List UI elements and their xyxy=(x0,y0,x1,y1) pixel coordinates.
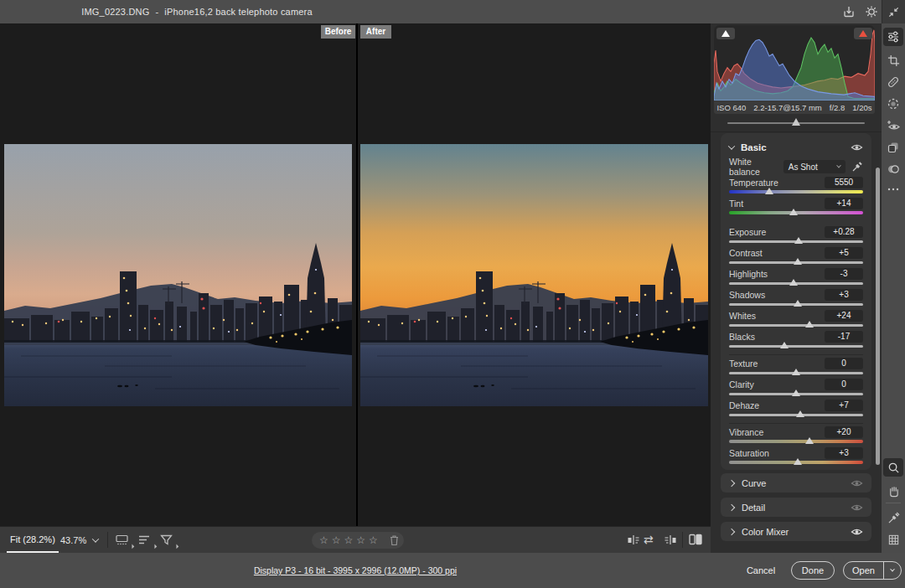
slider-value[interactable]: +7 xyxy=(825,400,863,411)
slider-thumb[interactable] xyxy=(794,237,803,244)
slider-track[interactable] xyxy=(729,437,863,445)
slider-track[interactable] xyxy=(729,258,863,266)
slider-value[interactable]: 0 xyxy=(825,379,863,390)
detail-zoom-slider[interactable] xyxy=(727,117,865,129)
white-balance-eyedropper-icon[interactable] xyxy=(851,161,863,173)
slider-thumb[interactable] xyxy=(789,279,798,286)
white-balance-select[interactable]: As Shot xyxy=(783,160,846,173)
grid-overlay-icon[interactable] xyxy=(882,529,905,549)
slider-value[interactable]: -3 xyxy=(825,268,863,280)
zoom-level-select[interactable]: 43.7% xyxy=(60,527,98,553)
export-icon[interactable] xyxy=(842,5,856,18)
slider-track[interactable] xyxy=(729,279,863,286)
slider-value[interactable]: +3 xyxy=(825,447,863,459)
collapse-view-icon[interactable] xyxy=(882,0,905,23)
slider-label: Clarity xyxy=(729,379,754,389)
chevron-down-icon[interactable] xyxy=(728,142,735,149)
panel-scrollbar[interactable] xyxy=(876,168,880,465)
slider-value[interactable]: -17 xyxy=(825,331,863,343)
detail-visibility-eye-icon[interactable] xyxy=(851,503,863,513)
slider-thumb[interactable] xyxy=(796,410,804,417)
slider-track[interactable] xyxy=(729,410,863,418)
after-label[interactable]: After xyxy=(360,25,391,39)
trash-icon[interactable] xyxy=(389,534,400,546)
before-label[interactable]: Before xyxy=(321,25,355,39)
cycle-before-after-icon[interactable] xyxy=(627,534,642,549)
zoom-tool-selected[interactable] xyxy=(883,458,903,477)
snapshots-icon[interactable] xyxy=(882,159,905,179)
slider-thumb[interactable] xyxy=(805,321,814,328)
slider-track[interactable] xyxy=(729,458,863,466)
slider-value[interactable]: 5550 xyxy=(825,177,863,188)
star-icon[interactable]: ☆ xyxy=(356,533,365,548)
copy-settings-icon[interactable] xyxy=(664,534,679,549)
cancel-button[interactable]: Cancel xyxy=(741,553,781,588)
masking-tool-icon[interactable] xyxy=(882,94,905,114)
slider-track[interactable] xyxy=(729,188,863,195)
open-options-chevron[interactable] xyxy=(884,562,901,579)
split-view-icon[interactable] xyxy=(688,533,703,548)
section-curve[interactable]: Curve xyxy=(721,473,871,493)
healing-tool-icon[interactable] xyxy=(882,72,905,92)
slider-label: Dehaze xyxy=(729,400,759,410)
crop-tool-icon[interactable] xyxy=(882,50,905,70)
slider-track[interactable] xyxy=(729,369,863,376)
slider-value[interactable]: 0 xyxy=(825,358,863,369)
color-mixer-visibility-eye-icon[interactable] xyxy=(851,527,863,537)
slider-value[interactable]: +24 xyxy=(825,310,863,322)
toolbar-divider xyxy=(682,532,683,548)
highlight-clipping-toggle[interactable] xyxy=(854,28,872,39)
histogram[interactable] xyxy=(714,25,875,101)
slider-track[interactable] xyxy=(729,389,863,397)
slider-thumb[interactable] xyxy=(765,188,773,194)
presets-icon[interactable] xyxy=(882,137,905,157)
filmstrip-icon[interactable] xyxy=(115,533,130,548)
basic-section-title[interactable]: Basic xyxy=(741,142,767,152)
red-eye-tool-icon[interactable] xyxy=(882,116,905,136)
slider-value[interactable]: +14 xyxy=(825,198,863,209)
workflow-options-link[interactable]: Display P3 - 16 bit - 3995 x 2996 (12.0M… xyxy=(0,553,711,588)
slider-label: Highlights xyxy=(729,269,768,279)
slider-thumb[interactable] xyxy=(792,369,800,375)
slider-thumb[interactable] xyxy=(792,389,800,396)
slider-thumb[interactable] xyxy=(805,437,814,444)
shadow-clipping-toggle[interactable] xyxy=(716,28,735,39)
after-image[interactable] xyxy=(360,144,708,406)
open-button[interactable]: Open xyxy=(844,562,883,579)
done-button[interactable]: Done xyxy=(791,561,835,580)
slider-track[interactable] xyxy=(729,300,863,307)
curve-visibility-eye-icon[interactable] xyxy=(851,478,863,488)
slider-track[interactable] xyxy=(729,209,863,216)
section-color-mixer[interactable]: Color Mixer xyxy=(721,522,871,541)
slider-track[interactable] xyxy=(729,342,863,349)
slider-value[interactable]: +0.28 xyxy=(825,226,863,238)
slider-track[interactable] xyxy=(729,321,863,328)
filter-icon[interactable] xyxy=(159,533,174,548)
more-tools-icon[interactable] xyxy=(882,179,905,199)
star-icon[interactable]: ☆ xyxy=(332,533,341,548)
slider-thumb[interactable] xyxy=(794,458,802,465)
swap-before-after-icon[interactable]: ⇄ xyxy=(644,531,654,548)
edit-tool-selected[interactable] xyxy=(883,28,903,46)
section-detail[interactable]: Detail xyxy=(721,498,871,517)
settings-gear-icon[interactable] xyxy=(865,5,878,18)
slider-track[interactable] xyxy=(729,237,863,245)
slider-value[interactable]: +3 xyxy=(825,289,863,301)
slider-value[interactable]: +5 xyxy=(825,247,863,259)
slider-thumb[interactable] xyxy=(780,342,789,348)
star-icon[interactable]: ☆ xyxy=(319,533,328,548)
hand-tool-icon[interactable] xyxy=(882,481,905,501)
slider-thumb[interactable] xyxy=(794,300,802,307)
slider-thumb[interactable] xyxy=(789,209,798,215)
slider-value[interactable]: +20 xyxy=(825,426,863,438)
slider-thumb[interactable] xyxy=(794,258,802,265)
before-image[interactable] xyxy=(4,144,352,406)
star-icon[interactable]: ☆ xyxy=(369,533,378,548)
fit-zoom-tab[interactable]: Fit (28.2%) xyxy=(8,527,57,553)
detail-zoom-thumb[interactable] xyxy=(792,118,800,126)
sampler-tool-icon[interactable] xyxy=(882,508,905,528)
sort-icon[interactable] xyxy=(137,533,153,548)
basic-visibility-eye-icon[interactable] xyxy=(851,142,863,152)
star-icon[interactable]: ☆ xyxy=(344,533,354,548)
white-balance-label: White balance xyxy=(729,157,783,177)
